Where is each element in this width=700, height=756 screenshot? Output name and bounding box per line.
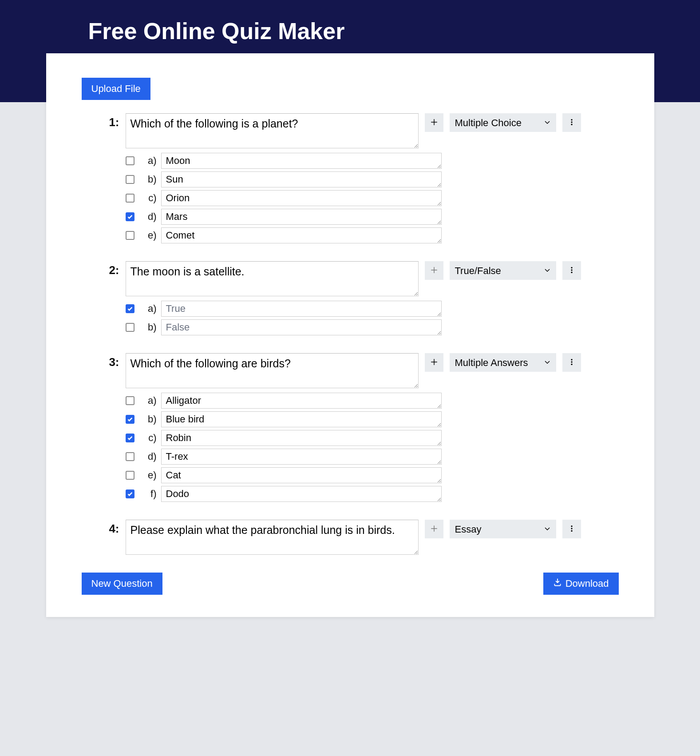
answer-correct-checkbox[interactable] — [126, 396, 134, 405]
new-question-button[interactable]: New Question — [82, 573, 162, 595]
question-header: 1:Multiple ChoiceTrue/FalseMultiple Answ… — [82, 113, 619, 148]
svg-point-3 — [571, 267, 572, 268]
answer-text-input[interactable] — [161, 209, 442, 225]
svg-point-2 — [571, 123, 572, 125]
answer-text-input[interactable] — [161, 430, 442, 446]
question-menu-button[interactable] — [562, 520, 581, 538]
question-number: 4: — [82, 520, 119, 536]
question-text-input[interactable] — [126, 113, 419, 148]
answer-text-input — [161, 319, 442, 335]
answer-row: a) — [82, 301, 619, 317]
question: 4:Multiple ChoiceTrue/FalseMultiple Answ… — [82, 520, 619, 555]
plus-icon — [430, 118, 438, 127]
answers-list: a)b)c)d)e)f) — [82, 393, 619, 502]
answer-correct-checkbox[interactable] — [126, 434, 134, 442]
answer-text-input[interactable] — [161, 393, 442, 409]
svg-point-8 — [571, 363, 572, 365]
question: 1:Multiple ChoiceTrue/FalseMultiple Answ… — [82, 113, 619, 243]
upload-bar: Upload File — [82, 78, 619, 100]
answer-text-input[interactable] — [161, 190, 442, 206]
question-text-input[interactable] — [126, 520, 419, 555]
plus-icon — [430, 266, 438, 275]
question-menu-button[interactable] — [562, 113, 581, 132]
answer-letter: c) — [139, 192, 157, 204]
answer-row: f) — [82, 486, 619, 502]
more-vertical-icon — [568, 266, 576, 275]
answer-letter: b) — [139, 414, 157, 425]
answer-row: b) — [82, 171, 619, 187]
question-header: 3:Multiple ChoiceTrue/FalseMultiple Answ… — [82, 353, 619, 388]
questions-list: 1:Multiple ChoiceTrue/FalseMultiple Answ… — [82, 113, 619, 555]
more-vertical-icon — [568, 358, 576, 367]
plus-icon — [430, 525, 438, 534]
question-type-select[interactable]: Multiple ChoiceTrue/FalseMultiple Answer… — [450, 353, 556, 372]
svg-point-1 — [571, 121, 572, 123]
question-text-input[interactable] — [126, 353, 419, 388]
answer-letter: b) — [139, 322, 157, 333]
question-menu-button[interactable] — [562, 261, 581, 280]
answer-letter: e) — [139, 230, 157, 241]
answer-correct-checkbox[interactable] — [126, 194, 134, 203]
question-type-select[interactable]: Multiple ChoiceTrue/FalseMultiple Answer… — [450, 113, 556, 132]
answer-text-input[interactable] — [161, 227, 442, 243]
answer-letter: d) — [139, 211, 157, 223]
answer-correct-checkbox[interactable] — [126, 175, 134, 184]
svg-point-5 — [571, 271, 572, 273]
answer-text-input[interactable] — [161, 486, 442, 502]
add-answer-button — [425, 261, 443, 280]
quiz-builder-card: Upload File 1:Multiple ChoiceTrue/FalseM… — [46, 53, 654, 617]
question-menu-button[interactable] — [562, 353, 581, 372]
answer-letter: a) — [139, 303, 157, 314]
answer-row: b) — [82, 319, 619, 335]
answer-text-input[interactable] — [161, 411, 442, 427]
question-text-input[interactable] — [126, 261, 419, 296]
answer-letter: a) — [139, 395, 157, 406]
footer-row: New Question Download — [82, 573, 619, 595]
answer-letter: e) — [139, 470, 157, 481]
add-answer-button — [425, 520, 443, 538]
answer-correct-checkbox[interactable] — [126, 452, 134, 461]
page-title: Free Online Quiz Maker — [40, 18, 661, 44]
answers-list: a)b) — [82, 301, 619, 335]
answer-row: e) — [82, 467, 619, 483]
answer-row: b) — [82, 411, 619, 427]
answer-text-input[interactable] — [161, 449, 442, 465]
svg-point-11 — [571, 530, 572, 531]
upload-file-label: Upload File — [91, 83, 141, 95]
answer-row: c) — [82, 430, 619, 446]
svg-point-10 — [571, 528, 572, 529]
answer-correct-checkbox[interactable] — [126, 415, 134, 424]
answer-letter: a) — [139, 155, 157, 167]
answer-text-input — [161, 301, 442, 317]
answer-correct-checkbox[interactable] — [126, 156, 134, 165]
download-button[interactable]: Download — [543, 573, 619, 595]
answer-correct-checkbox[interactable] — [126, 323, 134, 332]
answer-letter: f) — [139, 488, 157, 500]
svg-point-7 — [571, 361, 572, 362]
answers-list: a)b)c)d)e) — [82, 153, 619, 243]
upload-file-button[interactable]: Upload File — [82, 78, 150, 100]
answer-correct-checkbox[interactable] — [126, 231, 134, 240]
answer-correct-checkbox[interactable] — [126, 471, 134, 480]
answer-row: a) — [82, 393, 619, 409]
question-type-select[interactable]: Multiple ChoiceTrue/FalseMultiple Answer… — [450, 261, 556, 280]
question-type-select[interactable]: Multiple ChoiceTrue/FalseMultiple Answer… — [450, 520, 556, 538]
answer-row: c) — [82, 190, 619, 206]
answer-correct-checkbox[interactable] — [126, 212, 134, 221]
answer-letter: d) — [139, 451, 157, 462]
add-answer-button[interactable] — [425, 353, 443, 372]
svg-point-9 — [571, 525, 572, 527]
add-answer-button[interactable] — [425, 113, 443, 132]
answer-letter: c) — [139, 432, 157, 444]
answer-correct-checkbox[interactable] — [126, 304, 134, 313]
new-question-label: New Question — [91, 578, 153, 589]
answer-correct-checkbox[interactable] — [126, 489, 134, 498]
answer-text-input[interactable] — [161, 467, 442, 483]
svg-point-0 — [571, 119, 572, 120]
question-number: 1: — [82, 113, 119, 129]
answer-row: d) — [82, 209, 619, 225]
answer-letter: b) — [139, 174, 157, 185]
answer-text-input[interactable] — [161, 171, 442, 187]
svg-point-6 — [571, 359, 572, 360]
answer-text-input[interactable] — [161, 153, 442, 169]
